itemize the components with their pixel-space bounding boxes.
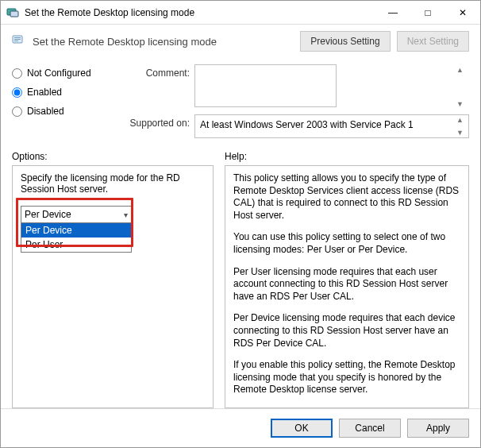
supported-value: At least Windows Server 2003 with Servic… [194, 114, 469, 138]
supported-text: At least Windows Server 2003 with Servic… [200, 119, 414, 130]
footer-buttons: OK Cancel Apply [1, 408, 480, 447]
dropdown-selected-text: Per Device [25, 209, 71, 220]
options-label: Options: [12, 151, 214, 162]
window-title: Set the Remote Desktop licensing mode [25, 7, 375, 18]
titlebar: Set the Remote Desktop licensing mode — … [1, 1, 480, 25]
state-radios: Not Configured Enabled Disabled [12, 64, 117, 138]
radio-not-configured-label: Not Configured [27, 68, 91, 79]
apply-button[interactable]: Apply [407, 419, 469, 438]
help-paragraph: You can use this policy setting to selec… [233, 231, 460, 256]
radio-enabled[interactable]: Enabled [12, 87, 117, 98]
close-button[interactable]: ✕ [445, 1, 480, 24]
options-instruction: Specify the licensing mode for the RD Se… [21, 172, 205, 195]
radio-enabled-label: Enabled [27, 87, 62, 98]
chevron-down-icon: ▾ [124, 210, 128, 219]
radio-disabled-input[interactable] [12, 106, 22, 117]
options-pane: Specify the licensing mode for the RD Se… [12, 165, 214, 408]
licensing-mode-dropdown[interactable]: Per Device ▾ Per Device Per User [21, 206, 132, 253]
help-text: This policy setting allows you to specif… [233, 172, 460, 401]
previous-setting-button[interactable]: Previous Setting [300, 31, 390, 52]
help-paragraph: This policy setting allows you to specif… [233, 172, 460, 222]
dropdown-list: Per Device Per User [21, 223, 132, 253]
dropdown-selected[interactable]: Per Device ▾ [21, 206, 132, 223]
help-paragraph: Per User licensing mode requires that ea… [233, 266, 460, 303]
maximize-button[interactable]: □ [410, 1, 445, 24]
config-area: Not Configured Enabled Disabled Comment:… [1, 58, 480, 143]
dropdown-item-per-device[interactable]: Per Device [21, 223, 131, 238]
radio-disabled[interactable]: Disabled [12, 106, 117, 117]
window-controls: — □ ✕ [375, 1, 480, 24]
next-setting-button[interactable]: Next Setting [397, 31, 469, 52]
radio-enabled-input[interactable] [12, 87, 22, 98]
dropdown-item-per-user[interactable]: Per User [21, 238, 131, 252]
minimize-button[interactable]: — [375, 1, 410, 24]
help-label: Help: [225, 151, 469, 162]
scroll-arrows-icon: ▲▼ [456, 66, 468, 108]
radio-not-configured[interactable]: Not Configured [12, 68, 117, 79]
svg-rect-3 [14, 37, 21, 38]
header-subtitle: Set the Remote Desktop licensing mode [33, 36, 217, 48]
svg-rect-1 [10, 11, 18, 17]
supported-label: Supported on: [123, 114, 190, 129]
policy-icon [12, 33, 26, 50]
help-paragraph: If you enable this policy setting, the R… [233, 359, 460, 396]
header-row: Set the Remote Desktop licensing mode Pr… [1, 25, 480, 58]
comment-label: Comment: [123, 64, 190, 79]
pane-labels: Options: Help: [1, 143, 480, 165]
svg-rect-5 [14, 41, 18, 41]
radio-disabled-label: Disabled [27, 106, 64, 117]
radio-not-configured-input[interactable] [12, 68, 22, 79]
cancel-button[interactable]: Cancel [339, 419, 401, 438]
svg-rect-4 [14, 39, 21, 40]
ok-button[interactable]: OK [271, 419, 333, 438]
comment-input[interactable] [194, 64, 337, 107]
main-panes: Specify the licensing mode for the RD Se… [1, 165, 480, 408]
help-paragraph: Per Device licensing mode requires that … [233, 312, 460, 350]
app-icon [6, 6, 20, 20]
help-pane: This policy setting allows you to specif… [225, 165, 469, 408]
